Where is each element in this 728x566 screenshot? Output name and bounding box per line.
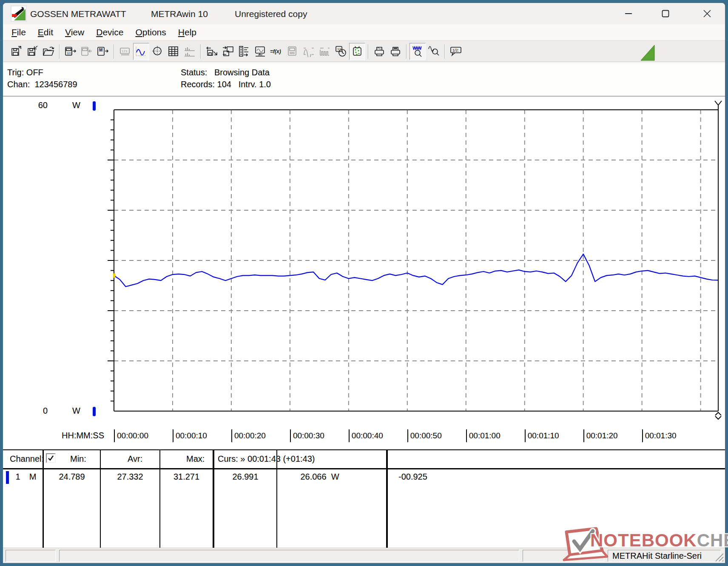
cursor1-marker: [113, 274, 115, 278]
cursor-top-marker: [715, 101, 722, 110]
cursor-bottom-marker: [715, 412, 721, 419]
trend-plot[interactable]: [0, 0, 728, 566]
power-trend-line: [114, 254, 718, 286]
